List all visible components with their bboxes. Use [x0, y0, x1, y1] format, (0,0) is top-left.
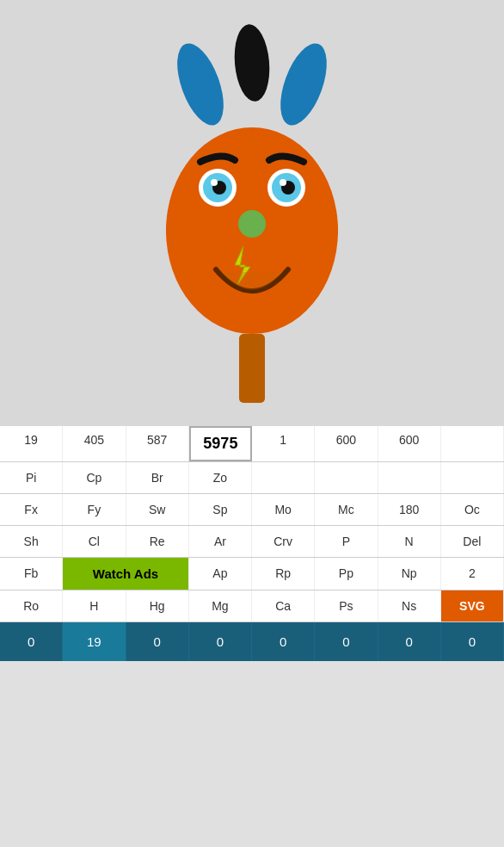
cell-h[interactable]: H	[63, 590, 126, 621]
cell-oc[interactable]: Oc	[441, 494, 504, 525]
cell-r1-6	[315, 462, 378, 493]
cell-ps[interactable]: Ps	[315, 590, 378, 621]
svg-rect-0	[239, 334, 265, 403]
cell-br[interactable]: Br	[126, 462, 189, 493]
cell-r1-5	[252, 462, 315, 493]
num-cell-8	[441, 426, 504, 461]
label-row-1: Pi Cp Br Zo	[0, 462, 504, 494]
cell-cl[interactable]: Cl	[63, 526, 126, 557]
cell-pp[interactable]: Pp	[315, 558, 378, 590]
score-6: 0	[378, 622, 441, 661]
cell-mg[interactable]: Mg	[189, 590, 252, 621]
cell-fb[interactable]: Fb	[0, 558, 63, 590]
score-0: 0	[0, 622, 63, 661]
character-svg	[123, 15, 381, 411]
cell-p[interactable]: P	[315, 526, 378, 557]
svg-point-5	[231, 22, 273, 102]
score-7: 0	[441, 622, 504, 661]
num-cell-7: 600	[378, 426, 441, 461]
cell-ro[interactable]: Ro	[0, 590, 63, 621]
cell-re[interactable]: Re	[126, 526, 189, 557]
num-cell-3: 587	[126, 426, 189, 461]
score-5: 0	[315, 622, 378, 661]
cell-ap[interactable]: Ap	[189, 558, 252, 590]
cell-r1-8	[441, 462, 504, 493]
cell-zo[interactable]: Zo	[189, 462, 252, 493]
num-cell-4-highlight: 5975	[189, 426, 252, 461]
cell-sh[interactable]: Sh	[0, 526, 63, 557]
svg-point-14	[280, 179, 286, 186]
label-row-3: Sh Cl Re Ar Crv P N Del	[0, 526, 504, 558]
cell-n[interactable]: N	[378, 526, 441, 557]
score-2: 0	[126, 622, 189, 661]
cell-r1-7	[378, 462, 441, 493]
cell-sw[interactable]: Sw	[126, 494, 189, 525]
grid-area: 19 405 587 5975 1 600 600 Pi Cp Br Zo Fx…	[0, 426, 504, 661]
svg-point-3	[168, 37, 233, 131]
label-row-2: Fx Fy Sw Sp Mo Mc 180 Oc	[0, 494, 504, 526]
cell-mc[interactable]: Mc	[315, 494, 378, 525]
cell-crv[interactable]: Crv	[252, 526, 315, 557]
cell-ca[interactable]: Ca	[252, 590, 315, 621]
cell-pi[interactable]: Pi	[0, 462, 63, 493]
cell-180[interactable]: 180	[378, 494, 441, 525]
svg-point-13	[211, 179, 218, 186]
num-cell-2: 405	[63, 426, 126, 461]
cell-sp[interactable]: Sp	[189, 494, 252, 525]
label-row-4: Fb Watch Ads Ap Rp Pp Np 2	[0, 558, 504, 590]
numbers-row: 19 405 587 5975 1 600 600	[0, 426, 504, 462]
cell-np[interactable]: Np	[378, 558, 441, 590]
num-cell-1: 19	[0, 426, 63, 461]
label-row-5: Ro H Hg Mg Ca Ps Ns SVG	[0, 590, 504, 622]
svg-point-4	[271, 37, 336, 131]
num-cell-5: 1	[252, 426, 315, 461]
watch-ads-button[interactable]: Watch Ads	[63, 558, 189, 590]
score-3: 0	[189, 622, 252, 661]
cell-del[interactable]: Del	[441, 526, 504, 557]
cell-rp[interactable]: Rp	[252, 558, 315, 590]
svg-button[interactable]: SVG	[441, 590, 504, 621]
svg-point-15	[238, 210, 266, 238]
cell-fy[interactable]: Fy	[63, 494, 126, 525]
cell-2[interactable]: 2	[441, 558, 504, 590]
character-area	[0, 0, 504, 426]
cell-ar[interactable]: Ar	[189, 526, 252, 557]
cell-mo[interactable]: Mo	[252, 494, 315, 525]
score-19: 19	[63, 622, 126, 661]
cell-hg[interactable]: Hg	[126, 590, 189, 621]
score-4: 0	[252, 622, 315, 661]
cell-cp[interactable]: Cp	[63, 462, 126, 493]
cell-fx[interactable]: Fx	[0, 494, 63, 525]
scores-row: 0 19 0 0 0 0 0 0	[0, 622, 504, 661]
num-cell-6: 600	[315, 426, 378, 461]
cell-ns[interactable]: Ns	[378, 590, 441, 621]
